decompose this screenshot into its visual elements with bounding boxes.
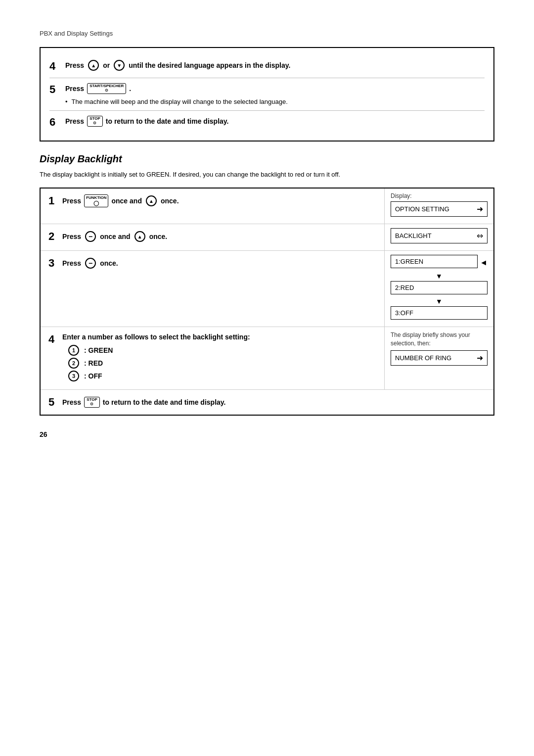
backlight-step2-minus-icon: −: [85, 231, 96, 242]
backlight-options: 1 : GREEN 2 : RED 3 : OFF: [67, 345, 250, 381]
funktion-key-icon: FUNKTION ◯: [84, 194, 108, 207]
backlight-step5-number: 5: [48, 396, 59, 409]
option-3-circle: 3: [68, 371, 79, 381]
top-step4-content: Press ▲ or ▼ until the desired language …: [65, 60, 485, 71]
backlight-step3-row: 3 Press − once. 1:GREEN ◄ ▼ 2:RED ▼: [41, 251, 493, 327]
display-item-3off: 3:OFF: [391, 306, 488, 320]
top-step4-number: 4: [49, 60, 60, 73]
backlight-step4-display-value: NUMBER OF RING: [395, 354, 451, 362]
option-2-circle: 2: [68, 358, 79, 369]
top-step4-row: 4 Press ▲ or ▼ until the desired languag…: [49, 55, 485, 78]
backlight-step4-display-box: NUMBER OF RING ➜: [391, 350, 488, 366]
selected-arrow-icon: ◄: [480, 258, 488, 267]
backlight-step1-arrow: ➜: [477, 204, 483, 214]
top-step5-press: Press START/SPEICHER ⊙ .: [65, 83, 485, 94]
backlight-step1-press: Press: [62, 197, 81, 205]
arrow-down-1: ▼: [391, 272, 488, 280]
top-step5-content: Press START/SPEICHER ⊙ . • The machine w…: [65, 83, 485, 105]
backlight-step2-number: 2: [48, 230, 59, 243]
backlight-step5-press: Press: [62, 398, 81, 406]
backlight-step1-up-icon: ▲: [146, 195, 157, 206]
top-step5-bullet: • The machine will beep and the display …: [65, 98, 485, 105]
section-description: The display backlight is initially set t…: [40, 170, 494, 180]
backlight-step4-text-block: Enter a number as follows to select the …: [62, 333, 250, 383]
arrow-down-2: ▼: [391, 297, 488, 305]
backlight-step2-press: Press: [62, 233, 81, 240]
top-step4-or: or: [103, 61, 110, 69]
page-number: 26: [40, 430, 494, 438]
backlight-step1-number: 1: [48, 194, 59, 207]
backlight-step1-display-label: Display:: [391, 192, 488, 199]
option-3-off: 3 : OFF: [67, 371, 250, 381]
backlight-step1-left: 1 Press FUNKTION ◯ once and ▲ once.: [41, 189, 385, 224]
display-item-2red-value: 2:RED: [395, 284, 414, 291]
display-item-1green-box: 1:GREEN: [391, 255, 478, 268]
backlight-step3-number: 3: [48, 257, 59, 270]
backlight-step3-left: 3 Press − once.: [41, 251, 385, 327]
backlight-step2-display-box: BACKLIGHT ⇔: [391, 228, 488, 243]
page-header: PBX and Display Settings: [40, 30, 494, 37]
option-2-label: : RED: [84, 359, 103, 367]
top-step5-period: .: [129, 85, 131, 93]
backlight-step1-once-and: once and: [111, 197, 141, 205]
backlight-step3-minus-icon: −: [85, 258, 96, 269]
backlight-step2-once: once.: [149, 233, 168, 240]
backlight-step3-right: 1:GREEN ◄ ▼ 2:RED ▼ 3:OFF: [385, 251, 493, 327]
backlight-step2-inline: 2 Press − once and ▲ once.: [48, 230, 376, 243]
top-step5-bullet-text: The machine will beep and the display wi…: [72, 98, 288, 105]
backlight-step4-left: 4 Enter a number as follows to select th…: [41, 327, 385, 389]
up-arrow-icon: ▲: [88, 60, 99, 71]
backlight-step2-arrow: ⇔: [477, 231, 483, 240]
display-item-2red: 2:RED: [391, 281, 488, 294]
backlight-step1-once: once.: [161, 197, 179, 205]
top-step6-row: 6 Press STOP ⊙ to return to the date and…: [49, 111, 485, 134]
down-arrow-icon: ▼: [114, 60, 125, 71]
backlight-step3-once: once.: [100, 259, 118, 267]
backlight-step2-right: BACKLIGHT ⇔: [385, 224, 493, 250]
backlight-step1-display-box: OPTION SETTING ➜: [391, 201, 488, 217]
top-instruction-box: 4 Press ▲ or ▼ until the desired languag…: [40, 47, 494, 142]
backlight-step3-display-items: 1:GREEN ◄ ▼ 2:RED ▼ 3:OFF: [391, 255, 488, 320]
top-step6-text-after: to return to the date and time display.: [106, 117, 229, 125]
top-step4-inline: Press ▲ or ▼ until the desired language …: [65, 60, 485, 71]
top-step5-press-label: Press: [65, 85, 84, 93]
backlight-instruction-box: 1 Press FUNKTION ◯ once and ▲ once. Disp…: [40, 188, 494, 416]
backlight-step2-display-value: BACKLIGHT: [395, 232, 432, 239]
backlight-step2-left: 2 Press − once and ▲ once.: [41, 224, 385, 250]
backlight-step4-right-text: The display briefly shows your selection…: [391, 331, 488, 348]
backlight-step2-once-and: once and: [100, 233, 130, 240]
option-2-red: 2 : RED: [67, 358, 250, 369]
bullet-dot: •: [65, 98, 68, 105]
backlight-step5-left: 5 Press STOP ⊙ to return to the date and…: [41, 390, 493, 415]
backlight-step5-row: 5 Press STOP ⊙ to return to the date and…: [41, 390, 493, 415]
stop-key-icon-1: STOP ⊙: [87, 116, 103, 127]
option-1-label: : GREEN: [84, 346, 113, 354]
display-item-3off-value: 3:OFF: [395, 309, 413, 317]
top-step4-text-after: until the desired language appears in th…: [129, 61, 290, 69]
backlight-step1-row: 1 Press FUNKTION ◯ once and ▲ once. Disp…: [41, 189, 493, 224]
display-item-1green-value: 1:GREEN: [395, 258, 423, 265]
backlight-step2-up-icon: ▲: [134, 231, 145, 242]
backlight-step5-text-after: to return to the date and time display.: [103, 398, 226, 406]
backlight-step3-press: Press: [62, 259, 81, 267]
option-1-green: 1 : GREEN: [67, 345, 250, 356]
stop-key-icon-2: STOP ⊙: [84, 397, 100, 408]
display-item-1green: 1:GREEN ◄: [391, 255, 488, 271]
backlight-step3-inline: 3 Press − once.: [48, 257, 376, 270]
backlight-step4-arrow: ➜: [477, 353, 483, 363]
top-step6-number: 6: [49, 116, 60, 129]
top-step5-row: 5 Press START/SPEICHER ⊙ . • The machine…: [49, 78, 485, 111]
option-3-label: : OFF: [84, 372, 102, 380]
backlight-step1-display-value: OPTION SETTING: [395, 205, 449, 213]
option-1-circle: 1: [68, 345, 79, 356]
start-speicher-key-icon: START/SPEICHER ⊙: [87, 83, 126, 94]
top-step6-press-label: Press: [65, 117, 84, 125]
backlight-step4-main-text: Enter a number as follows to select the …: [62, 333, 250, 341]
backlight-step4-inline: 4 Enter a number as follows to select th…: [48, 333, 376, 383]
backlight-step1-right: Display: OPTION SETTING ➜: [385, 189, 493, 224]
backlight-step4-right: The display briefly shows your selection…: [385, 327, 493, 389]
backlight-step4-row: 4 Enter a number as follows to select th…: [41, 327, 493, 390]
section-title-display-backlight: Display Backlight: [40, 153, 494, 165]
top-step6-content: Press STOP ⊙ to return to the date and t…: [65, 116, 485, 127]
backlight-step5-inline: 5 Press STOP ⊙ to return to the date and…: [48, 396, 486, 409]
